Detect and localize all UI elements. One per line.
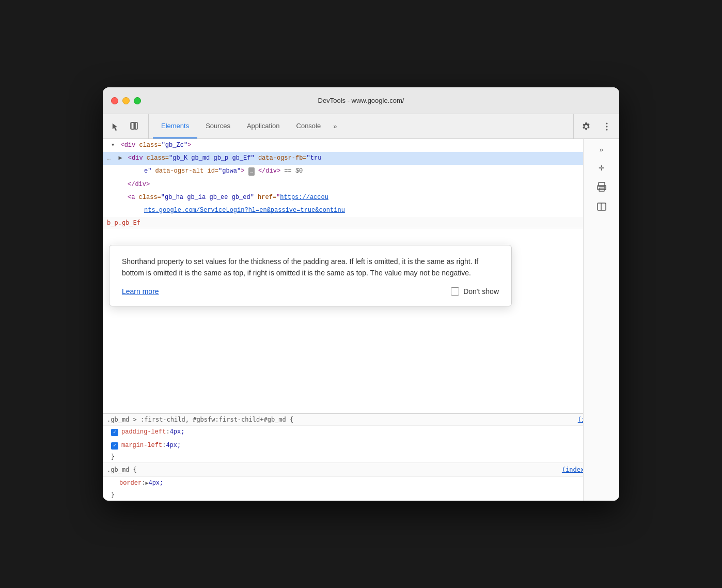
more-tabs-button[interactable]: » [329,114,341,138]
url-link[interactable]: https://accou [280,194,328,201]
tab-application[interactable]: Application [239,114,288,138]
svg-rect-3 [135,122,137,129]
closing-brace-2: } [103,490,619,501]
close-button[interactable] [111,97,118,104]
tooltip-footer: Learn more Don't show [122,287,499,296]
html-line[interactable]: ▾ <div class="gb_Zc"> [103,139,619,152]
tab-sources[interactable]: Sources [197,114,239,138]
partial-html-line: b_p.gb_Ef ▶ » [103,217,619,228]
styles-selector-text: .gb_md > :first-child, #gbsfw:first-chil… [107,416,293,423]
url-link-cont[interactable]: nts.google.com/ServiceLogin?hl=en&passiv… [144,207,345,214]
styles-selector-row-2: .gb_md { (index):58 + [103,463,619,477]
print-icon[interactable] [593,179,610,195]
plus-layout-icon[interactable]: ✛ [593,159,610,176]
settings-icon[interactable] [578,118,594,135]
dont-show-label: Don't show [463,287,499,296]
svg-rect-1 [132,122,134,129]
style-rule-margin-left: ✓ margin-left : 4px; [103,439,619,453]
margin-left-checkbox[interactable]: ✓ [111,442,118,450]
right-side-panel: » ✛ [583,139,619,501]
mobile-icon[interactable] [125,118,142,135]
toolbar-right [573,114,615,138]
tab-elements[interactable]: Elements [153,114,197,138]
window-title: DevTools - www.google.com/ [318,97,404,104]
html-line-continuation: e" data-ogsr-alt id="gbwa"> … </div> == … [103,165,619,178]
ellipsis-button[interactable]: … [248,167,255,176]
more-options-icon[interactable] [599,118,615,135]
html-line-close[interactable]: </div> [103,178,619,191]
html-line-anchor[interactable]: <a class="gb_ha gb_ia gb_ee gb_ed" href=… [103,191,619,204]
style-rule-padding-left: ✓ padding-left : 4px; [103,426,619,439]
ellipsis-indicator: … [107,154,111,162]
titlebar: DevTools - www.google.com/ [103,87,619,114]
tooltip-popup: Shorthand property to set values for the… [109,245,512,306]
svg-rect-7 [599,182,605,187]
svg-point-4 [606,122,608,124]
tooltip-text: Shorthand property to set values for the… [122,256,499,279]
dont-show-container: Don't show [451,287,499,296]
svg-rect-0 [131,122,135,129]
triangle-right-icon[interactable]: ▶ [118,154,122,162]
learn-more-link[interactable]: Learn more [122,287,159,296]
devtools-main: ▾ <div class="gb_Zc"> … ▶ <div class="gb… [103,139,619,501]
more-panels-button[interactable]: » [597,144,607,156]
style-rule-border: border : ▶ 4px; [103,477,619,490]
svg-point-6 [606,129,608,130]
styles-selector-text-2: .gb_md { [107,466,137,473]
dock-left-icon[interactable] [593,198,610,215]
styles-selector-row: .gb_md > :first-child, #gbsfw:first-chil… [103,414,619,426]
svg-point-10 [604,187,605,188]
svg-point-5 [606,126,608,127]
padding-left-checkbox[interactable]: ✓ [111,429,118,436]
devtools-window: DevTools - www.google.com/ Elements [103,87,619,501]
dont-show-checkbox[interactable] [451,287,459,296]
closing-brace-1: } [103,452,619,463]
minimize-button[interactable] [122,97,130,104]
html-line-selected[interactable]: … ▶ <div class="gb_K gb_md gb_p gb_Ef" d… [103,152,619,165]
triangle-down-icon[interactable]: ▾ [111,142,115,149]
maximize-button[interactable] [134,97,141,104]
tabs-container: Elements Sources Application Console » [153,114,573,138]
styles-panel: .gb_md > :first-child, #gbsfw:first-chil… [103,413,619,501]
cursor-icon[interactable] [107,118,123,135]
tab-console[interactable]: Console [288,114,329,138]
devtools-toolbar: Elements Sources Application Console » [103,114,619,139]
traffic-lights [111,97,141,104]
html-line-url-cont: nts.google.com/ServiceLogin?hl=en&passiv… [103,204,619,217]
toolbar-icons [107,114,149,138]
svg-rect-11 [598,203,606,210]
